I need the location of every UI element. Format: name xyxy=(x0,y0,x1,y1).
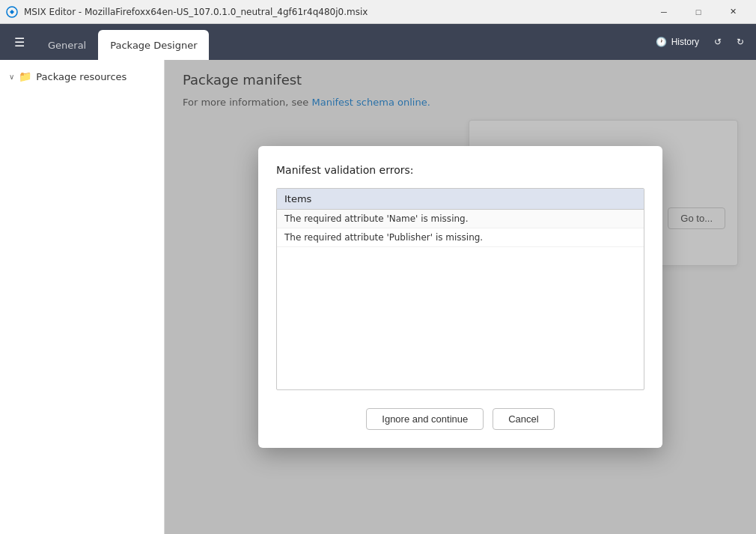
redo-button[interactable]: ↻ xyxy=(731,30,750,54)
minimize-button[interactable]: ─ xyxy=(647,0,681,24)
app-icon xyxy=(6,6,18,18)
undo-icon: ↺ xyxy=(714,37,722,47)
tab-package-designer[interactable]: Package Designer xyxy=(98,30,209,60)
cancel-button[interactable]: Cancel xyxy=(493,408,554,430)
undo-button[interactable]: ↺ xyxy=(708,30,728,54)
main-content: ∨ 📁 Package resources Package manifest F… xyxy=(0,60,756,534)
dialog-footer: Ignore and continue Cancel xyxy=(276,408,644,430)
folder-icon: 📁 xyxy=(19,70,31,82)
menu-button[interactable]: ☰ xyxy=(6,28,33,55)
maximize-button[interactable]: □ xyxy=(681,0,716,24)
chevron-down-icon: ∨ xyxy=(9,73,14,81)
table-row: The required attribute 'Name' is missing… xyxy=(277,210,644,228)
close-button[interactable]: ✕ xyxy=(716,0,750,24)
ignore-continue-button[interactable]: Ignore and continue xyxy=(366,408,484,430)
hamburger-icon: ☰ xyxy=(14,35,25,49)
history-button[interactable]: 🕐 History xyxy=(650,30,705,54)
dialog-title: Manifest validation errors: xyxy=(276,164,644,176)
sidebar: ∨ 📁 Package resources xyxy=(0,60,165,534)
app-container: ☰ General Package Designer 🕐 History ↺ ↻ xyxy=(0,24,756,534)
toolbar: ☰ General Package Designer 🕐 History ↺ ↻ xyxy=(0,24,756,60)
redo-icon: ↻ xyxy=(737,37,744,47)
sidebar-item-label: Package resources xyxy=(36,71,126,82)
error-table: Items The required attribute 'Name' is m… xyxy=(276,188,644,390)
validation-dialog: Manifest validation errors: Items The re… xyxy=(258,146,662,448)
window-controls: ─ □ ✕ xyxy=(647,0,750,24)
tab-general[interactable]: General xyxy=(36,30,98,60)
tab-bar: General Package Designer xyxy=(36,24,647,60)
toolbar-right: 🕐 History ↺ ↻ xyxy=(650,30,750,54)
content-area: Package manifest For more information, s… xyxy=(165,60,756,534)
table-row: The required attribute 'Publisher' is mi… xyxy=(277,228,644,247)
table-body: The required attribute 'Name' is missing… xyxy=(277,210,644,389)
history-icon: 🕐 xyxy=(656,37,667,47)
table-header: Items xyxy=(277,189,644,210)
window-title: MSIX Editor - MozillaFirefoxx64en-US_107… xyxy=(24,7,647,17)
dialog-overlay: Manifest validation errors: Items The re… xyxy=(165,60,756,534)
title-bar: MSIX Editor - MozillaFirefoxx64en-US_107… xyxy=(0,0,756,24)
sidebar-item-package-resources[interactable]: ∨ 📁 Package resources xyxy=(0,66,164,87)
